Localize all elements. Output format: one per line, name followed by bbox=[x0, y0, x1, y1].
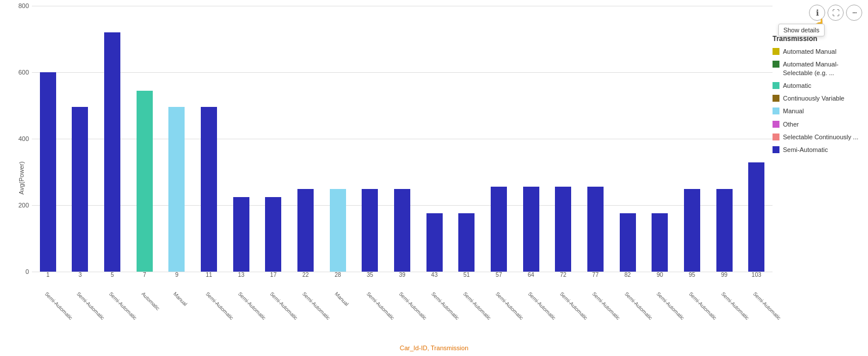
x-number-label: 43 bbox=[431, 272, 437, 278]
x-rotated-label: Semi-Automatic bbox=[43, 291, 73, 321]
bar[interactable] bbox=[555, 187, 571, 272]
legend-label: Semi-Automatic bbox=[783, 146, 828, 154]
legend-item[interactable]: Other bbox=[773, 120, 862, 128]
x-number-label: 103 bbox=[752, 272, 762, 278]
bar[interactable] bbox=[297, 189, 314, 272]
x-rotated-label: Semi-Automatic bbox=[76, 291, 106, 321]
y-tick-label: 400 bbox=[19, 135, 29, 142]
legend-label: Automated Manual bbox=[783, 47, 836, 55]
legend-swatch bbox=[773, 107, 779, 114]
legend-item[interactable]: Automatic bbox=[773, 81, 862, 90]
legend-label: Continuously Variable bbox=[783, 94, 844, 102]
info-button[interactable]: ℹ ☝ Show details bbox=[809, 5, 825, 21]
bar[interactable] bbox=[620, 213, 636, 272]
legend-swatch bbox=[773, 121, 779, 128]
x-rotated-label: Semi-Automatic bbox=[752, 291, 782, 321]
legend-item[interactable]: Semi-Automatic bbox=[773, 146, 862, 154]
y-tick-label: 0 bbox=[25, 268, 29, 275]
legend-swatch bbox=[773, 48, 779, 55]
x-number-label: 11 bbox=[206, 272, 212, 278]
x-number-label: 13 bbox=[238, 272, 244, 278]
x-number-label: 57 bbox=[495, 272, 502, 278]
legend-item[interactable]: Continuously Variable bbox=[773, 94, 862, 102]
x-rotated-label: Semi-Automatic bbox=[366, 291, 396, 321]
x-number-label: 51 bbox=[464, 272, 470, 278]
bar[interactable] bbox=[137, 91, 153, 272]
legend-label: Manual bbox=[783, 107, 804, 115]
legend-label: Selectable Continuously ... bbox=[783, 133, 858, 141]
x-rotated-label: Semi-Automatic bbox=[494, 291, 524, 321]
legend-swatch bbox=[773, 82, 779, 89]
bar[interactable] bbox=[265, 197, 281, 272]
bar[interactable] bbox=[716, 189, 733, 272]
x-number-label: 22 bbox=[302, 272, 308, 278]
bar[interactable] bbox=[40, 72, 56, 272]
x-rotated-label: Semi-Automatic bbox=[301, 291, 331, 321]
y-tick-label: 200 bbox=[19, 202, 29, 209]
x-number-label: 9 bbox=[175, 272, 179, 278]
x-rotated-label: Manual bbox=[172, 291, 189, 307]
bar[interactable] bbox=[684, 189, 700, 272]
bar[interactable] bbox=[330, 189, 346, 272]
x-number-label: 17 bbox=[270, 272, 277, 278]
x-number-label: 72 bbox=[560, 272, 567, 278]
bar[interactable] bbox=[426, 213, 443, 272]
x-rotated-label: Semi-Automatic bbox=[656, 291, 686, 321]
x-number-label: 5 bbox=[111, 272, 114, 278]
x-number-label: 64 bbox=[528, 272, 534, 278]
x-rotated-label: Automatic bbox=[140, 291, 160, 311]
x-rotated-label: Semi-Automatic bbox=[687, 291, 718, 321]
legend-item[interactable]: Automated Manual-Selectable (e.g. ... bbox=[773, 60, 862, 77]
x-rotated-label: Semi-Automatic bbox=[591, 291, 621, 321]
legend-item[interactable]: Automated Manual bbox=[773, 47, 862, 55]
x-rotated-label: Semi-Automatic bbox=[269, 291, 299, 321]
legend-swatch bbox=[773, 61, 779, 68]
bar[interactable] bbox=[362, 189, 378, 272]
x-number-label: 77 bbox=[592, 272, 598, 278]
bar[interactable] bbox=[491, 187, 507, 272]
bar[interactable] bbox=[652, 213, 668, 272]
legend-item[interactable]: Manual bbox=[773, 107, 862, 115]
x-rotated-label: Semi-Automatic bbox=[623, 291, 653, 321]
chart-container: Avg(Power) 8006004002000 135791113172228… bbox=[0, 0, 868, 356]
x-number-label: 7 bbox=[143, 272, 146, 278]
toolbar: ℹ ☝ Show details ⛶ ··· bbox=[809, 5, 862, 21]
chart-area: 8006004002000 bbox=[32, 6, 773, 272]
legend-item[interactable]: Selectable Continuously ... bbox=[773, 133, 862, 141]
show-details-tooltip: Show details bbox=[778, 24, 825, 36]
bar[interactable] bbox=[458, 213, 475, 272]
bar[interactable] bbox=[104, 32, 120, 272]
x-rotated-label: Semi-Automatic bbox=[398, 291, 428, 321]
x-number-label: 39 bbox=[399, 272, 405, 278]
x-number-label: 99 bbox=[721, 272, 727, 278]
x-rotated-label: Semi-Automatic bbox=[720, 291, 750, 321]
x-rotated-label: Semi-Automatic bbox=[237, 291, 267, 321]
bar[interactable] bbox=[523, 187, 539, 272]
x-rotated-label: Manual bbox=[333, 291, 350, 307]
legend: Transmission Automated ManualAutomated M… bbox=[773, 35, 862, 159]
bar[interactable] bbox=[72, 107, 88, 272]
x-number-label: 82 bbox=[624, 272, 631, 278]
y-tick-label: 600 bbox=[19, 69, 29, 76]
bars-area bbox=[32, 6, 773, 272]
bar[interactable] bbox=[587, 187, 604, 272]
legend-swatch bbox=[773, 95, 779, 102]
info-icon: ℹ bbox=[816, 8, 819, 17]
bar[interactable] bbox=[201, 107, 217, 272]
legend-label: Other bbox=[783, 120, 799, 128]
expand-button[interactable]: ⛶ bbox=[827, 5, 844, 21]
y-axis-label: Avg(Power) bbox=[18, 161, 25, 194]
x-rotated-label: Semi-Automatic bbox=[527, 291, 557, 321]
bar[interactable] bbox=[233, 197, 249, 272]
bar[interactable] bbox=[394, 189, 410, 272]
legend-swatch bbox=[773, 146, 779, 153]
x-rotated-label: Semi-Automatic bbox=[462, 291, 492, 321]
x-rotated-label: Semi-Automatic bbox=[205, 291, 235, 321]
legend-swatch bbox=[773, 134, 779, 140]
x-number-label: 1 bbox=[46, 272, 50, 278]
x-number-label: 90 bbox=[657, 272, 663, 278]
more-button[interactable]: ··· bbox=[846, 5, 862, 21]
bar[interactable] bbox=[748, 162, 764, 272]
x-rotated-label: Semi-Automatic bbox=[559, 291, 589, 321]
bar[interactable] bbox=[168, 107, 185, 272]
